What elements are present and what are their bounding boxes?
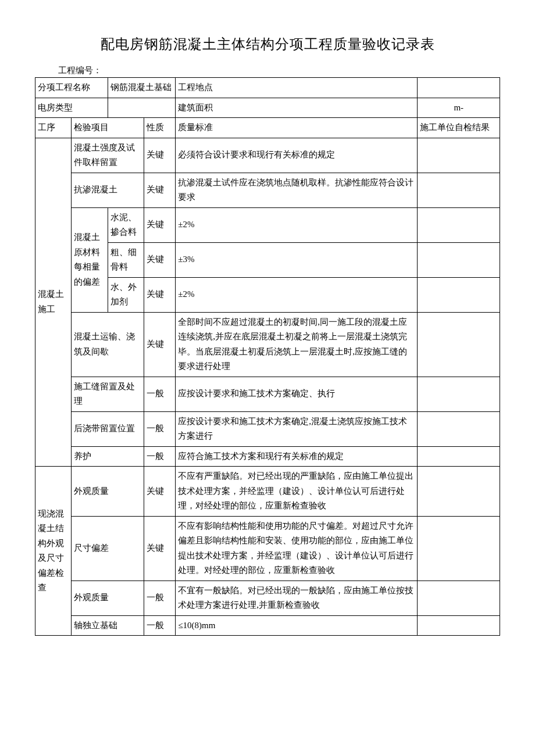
item-cell: 抗渗混凝土 [72, 173, 144, 207]
inspection-table: 分项工程名称 钢筋混凝土基础 工程地点 电房类型 建筑面积 m- 工序 检验项目… [35, 77, 500, 636]
proc-concrete: 混凝土施工 [35, 138, 72, 467]
nature-cell: 关键 [144, 138, 176, 173]
result-cell[interactable] [418, 516, 500, 581]
proc-cast-inspect: 现浇混凝土结构外观及尺寸偏差检查 [35, 467, 72, 636]
table-row: 混凝土施工 混凝土强度及试件取样留置 关键 必须符合设计要求和现行有关标准的规定 [35, 138, 500, 173]
type-value [108, 98, 175, 118]
nature-cell: 关键 [144, 173, 176, 207]
result-cell[interactable] [418, 173, 500, 207]
result-cell[interactable] [418, 446, 500, 467]
nature-cell: 一般 [144, 377, 176, 411]
std-cell: ±3% [176, 242, 418, 277]
result-cell[interactable] [418, 242, 500, 277]
col-std: 质量标准 [176, 118, 418, 138]
result-cell[interactable] [418, 207, 500, 242]
std-cell: ≤10(8)mm [176, 615, 418, 636]
item-cell: 施工缝留置及处理 [72, 377, 144, 411]
header-row-1: 分项工程名称 钢筋混凝土基础 工程地点 [35, 78, 500, 98]
std-cell: 应符合施工技术方案和现行有关标准的规定 [176, 446, 418, 467]
item-cell: 水泥、掺合料 [108, 207, 144, 242]
area-value: m- [418, 98, 500, 118]
result-cell[interactable] [418, 581, 500, 615]
result-cell[interactable] [418, 277, 500, 312]
table-row: 后浇带留置位置 一般 应按设计要求和施工技术方案确定,混凝土浇筑应按施工技术方案… [35, 411, 500, 446]
item-cell: 轴独立基础 [72, 615, 144, 636]
std-cell: 不应有影响结构性能和使用功能的尺寸偏差。对超过尺寸允许偏差且影响结构性能和安装、… [176, 516, 418, 581]
item-cell: 混凝土强度及试件取样留置 [72, 138, 144, 173]
std-cell: 必须符合设计要求和现行有关标准的规定 [176, 138, 418, 173]
col-proc: 工序 [35, 118, 72, 138]
result-cell[interactable] [418, 312, 500, 377]
item-cell: 外观质量 [72, 581, 144, 615]
result-cell[interactable] [418, 467, 500, 517]
std-cell: ±2% [176, 277, 418, 312]
item-cell: 粗、细骨料 [108, 242, 144, 277]
area-label: 建筑面积 [176, 98, 418, 118]
col-nature: 性质 [144, 118, 176, 138]
item-cell: 外观质量 [72, 467, 144, 517]
nature-cell: 一般 [144, 446, 176, 467]
result-cell[interactable] [418, 615, 500, 636]
page-title: 配电房钢筋混凝土主体结构分项工程质量验收记录表 [35, 35, 500, 53]
table-row: 现浇混凝土结构外观及尺寸偏差检查 外观质量 关键 不应有严重缺陷。对已经出现的严… [35, 467, 500, 517]
nature-cell: 关键 [144, 516, 176, 581]
table-row: 混凝土原材料每相量的偏差 水泥、掺合料 关键 ±2% [35, 207, 500, 242]
nature-cell: 关键 [144, 207, 176, 242]
table-row: 施工缝留置及处理 一般 应按设计要求和施工技术方案确定、执行 [35, 377, 500, 411]
item-cell: 尺寸偏差 [72, 516, 144, 581]
std-cell: ±2% [176, 207, 418, 242]
location-label: 工程地点 [176, 78, 418, 98]
nature-cell: 一般 [144, 615, 176, 636]
type-label: 电房类型 [35, 98, 108, 118]
table-row: 抗渗混凝土 关键 抗渗混凝土试件应在浇筑地点随机取样。抗渗性能应符合设计要求 [35, 173, 500, 207]
std-cell: 不应有严重缺陷。对已经出现的严重缺陷，应由施工单位提出技术处理方案，并经监理（建… [176, 467, 418, 517]
nature-cell: 关键 [144, 242, 176, 277]
nature-cell: 一般 [144, 411, 176, 446]
location-value [418, 78, 500, 98]
item-cell: 水、外加剂 [108, 277, 144, 312]
nature-cell: 关键 [144, 312, 176, 377]
header-row-2: 电房类型 建筑面积 m- [35, 98, 500, 118]
nature-cell: 关键 [144, 277, 176, 312]
item-cell: 混凝土运输、浇筑及间歇 [72, 312, 144, 377]
project-number-label: 工程编号： [58, 65, 500, 76]
nature-cell: 一般 [144, 581, 176, 615]
std-cell: 应按设计要求和施工技术方案确定,混凝土浇筑应按施工技术方案进行 [176, 411, 418, 446]
table-row: 外观质量 一般 不宜有一般缺陷。对已经出现的一般缺陷，应由施工单位按技术处理方案… [35, 581, 500, 615]
table-row: 养护 一般 应符合施工技术方案和现行有关标准的规定 [35, 446, 500, 467]
result-cell[interactable] [418, 138, 500, 173]
nature-cell: 关键 [144, 467, 176, 517]
std-cell: 抗渗混凝土试件应在浇筑地点随机取样。抗渗性能应符合设计要求 [176, 173, 418, 207]
std-cell: 全部时间不应超过混凝土的初凝时间,同一施工段的混凝土应连续浇筑,并应在底层混凝土… [176, 312, 418, 377]
table-row: 混凝土运输、浇筑及间歇 关键 全部时间不应超过混凝土的初凝时间,同一施工段的混凝… [35, 312, 500, 377]
col-result: 施工单位自检结果 [418, 118, 500, 138]
col-item: 检验项目 [72, 118, 144, 138]
table-row: 轴独立基础 一般 ≤10(8)mm [35, 615, 500, 636]
sub-name-label: 分项工程名称 [35, 78, 108, 98]
item-cell: 后浇带留置位置 [72, 411, 144, 446]
item-group-material: 混凝土原材料每相量的偏差 [72, 207, 108, 312]
column-header-row: 工序 检验项目 性质 质量标准 施工单位自检结果 [35, 118, 500, 138]
sub-name-value: 钢筋混凝土基础 [108, 78, 175, 98]
std-cell: 不宜有一般缺陷。对已经出现的一般缺陷，应由施工单位按技术处理方案进行处理,并重新… [176, 581, 418, 615]
table-row: 尺寸偏差 关键 不应有影响结构性能和使用功能的尺寸偏差。对超过尺寸允许偏差且影响… [35, 516, 500, 581]
result-cell[interactable] [418, 411, 500, 446]
std-cell: 应按设计要求和施工技术方案确定、执行 [176, 377, 418, 411]
item-cell: 养护 [72, 446, 144, 467]
result-cell[interactable] [418, 377, 500, 411]
